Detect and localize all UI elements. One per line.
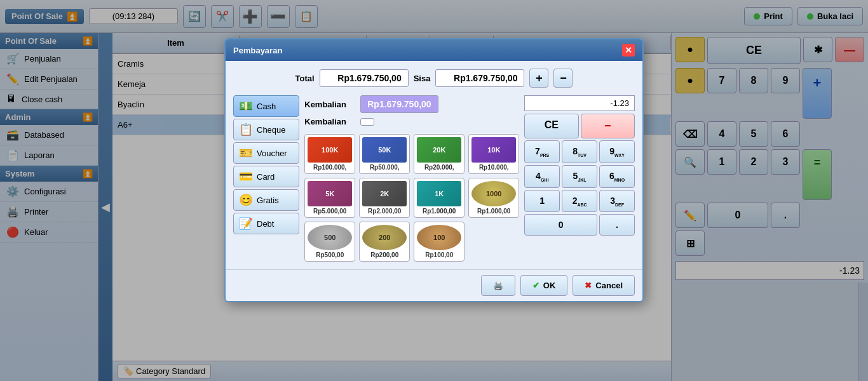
sisa-value: Rp1.679.750,00 [435, 69, 524, 87]
pay-method-cash[interactable]: 💵 Cash [233, 95, 299, 117]
denom-5k[interactable]: 5K Rp5.000,00 [304, 178, 355, 218]
card-label: Card [257, 172, 275, 182]
modal-print-button[interactable]: 🖨️ [481, 275, 515, 296]
numpad-1[interactable]: 1 [524, 190, 560, 213]
pay-method-cheque[interactable]: 📋 Cheque [233, 119, 299, 140]
denom-label-10k: Rp10.000, [479, 164, 509, 171]
kembalian-row2: Kembalian [304, 117, 519, 126]
denom-img-1k: 1K [417, 181, 461, 206]
denom-2k[interactable]: 2K Rp2.000,00 [359, 178, 410, 218]
numpad-0[interactable]: 0 [524, 214, 597, 236]
denom-1k[interactable]: 1K Rp1.000,00 [414, 178, 465, 218]
denom-label-50k: Rp50.000, [370, 164, 400, 171]
denomination-grid: 100K Rp100.000, 50K Rp50.000, 20K Rp20.0… [304, 134, 519, 262]
pay-method-debt[interactable]: 📝 Debt [233, 213, 299, 234]
cash-icon: 💵 [239, 99, 253, 113]
denom-img-10k: 10K [471, 137, 516, 163]
denom-100k[interactable]: 100K Rp100.000, [304, 134, 355, 174]
denom-coin1000[interactable]: 1000 Rp1.000,00 [468, 178, 519, 218]
kembalian-value1[interactable]: Rp1.679.750,00 [360, 95, 438, 113]
modal-overlay: Pembayaran ✕ Total Rp1.679.750,00 Sisa R… [0, 0, 868, 381]
denom-coin200[interactable]: 200 Rp200,00 [359, 222, 410, 262]
numpad-6[interactable]: 6MNO [599, 165, 635, 188]
numpad-ce-button[interactable]: CE [524, 114, 578, 138]
payment-modal: Pembayaran ✕ Total Rp1.679.750,00 Sisa R… [224, 38, 644, 302]
gratis-icon: 😊 [239, 193, 253, 207]
cash-label: Cash [257, 102, 276, 111]
denom-20k[interactable]: 20K Rp20.000, [414, 134, 465, 174]
cheque-label: Cheque [257, 125, 286, 135]
pay-method-voucher[interactable]: 🎫 Voucher [233, 142, 299, 164]
numpad-grid: 7PRS 8TUV 9WXY 4GHI 5JKL 6MNO 1 2ABC 3DE… [524, 140, 635, 236]
denom-coin500[interactable]: 500 Rp500,00 [304, 222, 355, 262]
print-icon: 🖨️ [493, 281, 503, 290]
kembalian-label2: Kembalian [304, 117, 355, 126]
denom-label-100k: Rp100.000, [313, 164, 346, 171]
numpad-section: -1.23 CE − 7PRS 8TUV 9WXY 4GHI 5JKL 6MNO… [524, 95, 635, 262]
numpad-9[interactable]: 9WXY [599, 140, 635, 163]
debt-icon: 📝 [239, 217, 253, 231]
minus-button[interactable]: − [553, 69, 573, 88]
denom-img-20k: 20K [417, 137, 461, 163]
modal-header: Pembayaran ✕ [226, 39, 642, 61]
modal-title: Pembayaran [233, 46, 282, 55]
modal-close-button[interactable]: ✕ [622, 44, 635, 57]
voucher-label: Voucher [257, 149, 287, 158]
numpad-8[interactable]: 8TUV [562, 140, 597, 163]
debt-label: Debt [257, 219, 274, 229]
ok-label: OK [543, 281, 556, 290]
sisa-label: Sisa [414, 74, 431, 83]
plus-button[interactable]: + [529, 69, 548, 88]
denom-img-2k: 2K [362, 181, 407, 206]
denom-img-coin500: 500 [308, 225, 352, 250]
denom-label-1k: Rp1.000,00 [423, 208, 456, 215]
cancel-x-icon: ✖ [585, 281, 592, 290]
denom-label-2k: Rp2.000,00 [368, 208, 401, 215]
denom-img-coin100: 100 [417, 225, 461, 250]
numpad-3[interactable]: 3DEF [599, 190, 635, 213]
denom-coin100[interactable]: 100 Rp100,00 [414, 222, 465, 262]
pay-method-card[interactable]: 💳 Card [233, 166, 299, 187]
kembalian-row1: Kembalian Rp1.679.750,00 [304, 95, 519, 113]
denom-label-20k: Rp20.000, [424, 164, 454, 171]
numpad-minus-button[interactable]: − [581, 114, 635, 138]
numpad-display: -1.23 [524, 95, 635, 111]
denom-label-coin100: Rp100,00 [425, 251, 453, 258]
kembalian-label1: Kembalian [304, 100, 355, 109]
gratis-label: Gratis [257, 196, 279, 205]
cancel-label: Cancel [595, 281, 623, 290]
denom-10k[interactable]: 10K Rp10.000, [468, 134, 519, 174]
voucher-icon: 🎫 [239, 146, 253, 160]
denom-label-5k: Rp5.000,00 [313, 208, 346, 215]
pay-method-gratis[interactable]: 😊 Gratis [233, 189, 299, 211]
modal-content-row: 💵 Cash 📋 Cheque 🎫 Voucher 💳 Card [233, 95, 635, 262]
ok-checkmark-icon: ✔ [532, 281, 539, 290]
total-row: Total Rp1.679.750,00 Sisa Rp1.679.750,00… [233, 69, 635, 88]
denom-img-5k: 5K [308, 181, 352, 206]
numpad-2[interactable]: 2ABC [562, 190, 597, 213]
payment-methods: 💵 Cash 📋 Cheque 🎫 Voucher 💳 Card [233, 95, 299, 262]
denom-label-coin1000: Rp1.000,00 [477, 208, 510, 215]
denom-img-coin1000: 1000 [471, 181, 516, 206]
kembalian-value2[interactable] [360, 118, 374, 126]
denom-img-100k: 100K [308, 137, 352, 163]
denom-img-coin200: 200 [362, 225, 407, 250]
denom-img-50k: 50K [362, 137, 407, 163]
numpad-5[interactable]: 5JKL [562, 165, 597, 188]
modal-ok-button[interactable]: ✔ OK [520, 275, 568, 296]
kembalian-section: Kembalian Rp1.679.750,00 Kembalian 100K … [304, 95, 519, 262]
cheque-icon: 📋 [239, 123, 253, 137]
numpad-dot[interactable]: . [599, 214, 635, 236]
card-icon: 💳 [239, 170, 253, 184]
modal-cancel-button[interactable]: ✖ Cancel [573, 275, 635, 296]
numpad-7[interactable]: 7PRS [524, 140, 560, 163]
denom-label-coin500: Rp500,00 [316, 251, 344, 258]
modal-footer: 🖨️ ✔ OK ✖ Cancel [226, 269, 642, 301]
modal-body: Total Rp1.679.750,00 Sisa Rp1.679.750,00… [226, 61, 642, 269]
total-label: Total [295, 74, 315, 83]
denom-label-coin200: Rp200,00 [370, 251, 398, 258]
numpad-4[interactable]: 4GHI [524, 165, 560, 188]
total-value: Rp1.679.750,00 [320, 69, 409, 87]
denom-50k[interactable]: 50K Rp50.000, [359, 134, 410, 174]
